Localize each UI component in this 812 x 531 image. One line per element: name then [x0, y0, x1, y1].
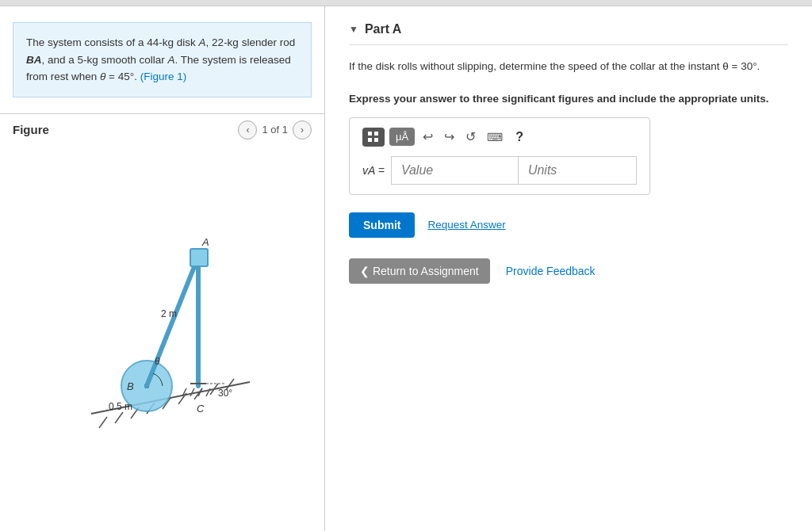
question-text: If the disk rolls without slipping, dete…: [349, 58, 788, 75]
svg-text:A: A: [201, 236, 209, 248]
main-layout: The system consists of a 44-kg disk A, 2…: [0, 6, 812, 531]
keyboard-button[interactable]: ⌨: [484, 129, 506, 145]
va-label: vA =: [362, 164, 385, 177]
svg-text:B: B: [127, 380, 134, 392]
redo-button[interactable]: ↪: [441, 128, 458, 146]
collapse-icon[interactable]: ▼: [349, 24, 358, 35]
right-panel: ▼ Part A If the disk rolls without slipp…: [325, 6, 812, 531]
left-panel: The system consists of a 44-kg disk A, 2…: [0, 6, 325, 531]
mu-button[interactable]: μÅ: [389, 128, 415, 146]
provide-feedback-button[interactable]: Provide Feedback: [506, 265, 596, 277]
prev-figure-button[interactable]: ‹: [238, 120, 257, 139]
svg-text:0.5 m: 0.5 m: [109, 401, 132, 412]
top-bar: [0, 0, 812, 6]
problem-text: The system consists of a 44-kg disk A, 2…: [26, 36, 295, 82]
next-figure-button[interactable]: ›: [293, 120, 312, 139]
help-button[interactable]: ?: [511, 128, 528, 146]
action-row: Submit Request Answer: [349, 212, 788, 238]
svg-line-1: [99, 417, 107, 428]
svg-text:30°: 30°: [218, 388, 232, 399]
svg-rect-19: [190, 249, 208, 266]
question-instruction: Express your answer to three significant…: [349, 93, 788, 105]
bottom-row: ❮ Return to Assignment Provide Feedback: [349, 258, 788, 284]
input-row: vA =: [362, 156, 637, 185]
part-label: Part A: [365, 22, 402, 36]
value-input[interactable]: [391, 156, 518, 185]
request-answer-button[interactable]: Request Answer: [427, 219, 505, 231]
toolbar: μÅ ↩ ↪ ↺ ⌨ ?: [362, 128, 637, 147]
answer-box: μÅ ↩ ↪ ↺ ⌨ ? vA =: [349, 117, 650, 195]
refresh-button[interactable]: ↺: [462, 128, 479, 146]
svg-text:C: C: [197, 403, 205, 414]
figure-count: 1 of 1: [262, 124, 288, 136]
figure-nav: ‹ 1 of 1 ›: [238, 120, 312, 139]
figure-header: Figure ‹ 1 of 1 ›: [0, 113, 324, 146]
undo-button[interactable]: ↩: [419, 128, 436, 146]
svg-line-16: [190, 388, 194, 396]
units-input[interactable]: [518, 156, 637, 185]
problem-statement: The system consists of a 44-kg disk A, 2…: [13, 22, 312, 97]
submit-button[interactable]: Submit: [349, 212, 415, 238]
return-to-assignment-button[interactable]: ❮ Return to Assignment: [349, 258, 490, 284]
figure-title: Figure: [13, 123, 49, 136]
diagram-svg: A B C 2 m 0.5 m θ 30°: [44, 231, 282, 445]
matrix-button[interactable]: [362, 128, 385, 147]
svg-text:2 m: 2 m: [161, 308, 177, 319]
svg-line-2: [115, 412, 123, 423]
figure-area: A B C 2 m 0.5 m θ 30°: [0, 146, 324, 531]
part-header: ▼ Part A: [349, 22, 788, 45]
svg-text:θ: θ: [155, 356, 160, 367]
